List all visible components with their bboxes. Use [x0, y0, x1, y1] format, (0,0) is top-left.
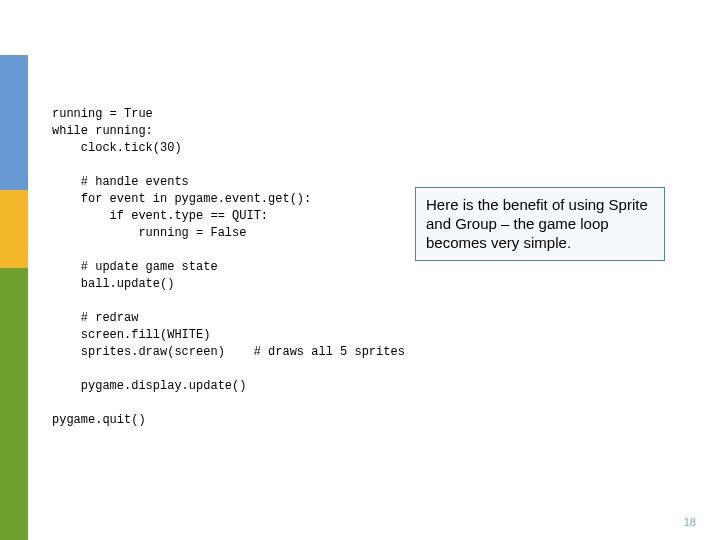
page-number: 18 — [684, 516, 696, 528]
explanation-callout: Here is the benefit of using Sprite and … — [415, 187, 665, 261]
sidebar-color-bar — [0, 0, 28, 540]
code-snippet: running = True while running: clock.tick… — [52, 106, 612, 429]
sidebar-seg-top — [0, 0, 28, 55]
sidebar-seg-yellow — [0, 190, 28, 268]
sidebar-seg-blue — [0, 55, 28, 190]
sidebar-seg-green — [0, 268, 28, 540]
